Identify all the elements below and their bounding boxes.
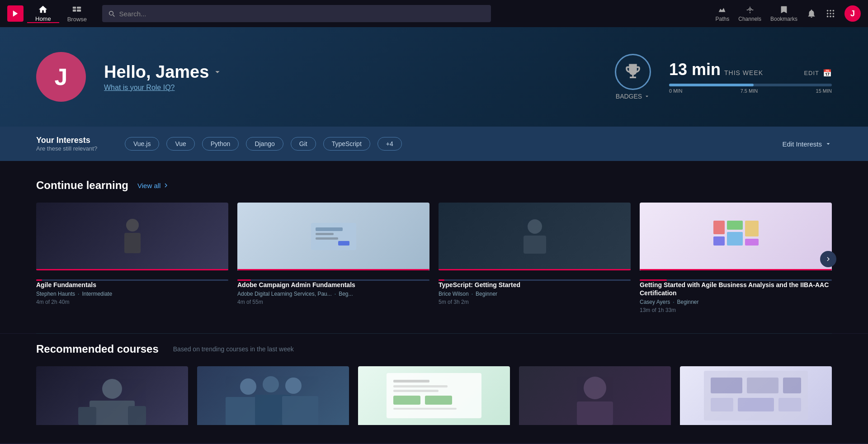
svg-rect-19 [316,233,334,235]
rec-card-3[interactable] [358,366,510,425]
interests-title: Your Interests [36,136,118,145]
svg-rect-50 [393,408,457,410]
card-meta: Casey Ayers·Beginner [640,299,832,305]
edit-interests-chevron [825,140,832,147]
card-title: Adobe Campaign Admin Fundamentals [237,281,429,289]
role-iq-link[interactable]: What is your Role IQ? [104,84,597,92]
svg-point-40 [285,378,302,394]
search-icon [108,9,115,18]
svg-point-34 [102,379,122,399]
badges-label[interactable]: BADGES [616,93,650,100]
rec-card-2[interactable] [197,366,349,425]
svg-rect-58 [738,398,774,411]
svg-rect-18 [316,227,343,231]
nav-paths[interactable]: Paths [716,5,730,22]
svg-point-51 [584,377,606,399]
badge-circle [615,54,651,90]
card-info: Getting Started with Agile Business Anal… [640,270,832,315]
svg-rect-52 [577,401,613,425]
tag-more[interactable]: +4 [377,137,402,151]
dropdown-icon[interactable] [212,67,222,77]
course-card-agile-fundamentals[interactable]: Agile Fundamentals Stephen Haunts·Interm… [36,203,228,315]
card-thumbnail [36,203,228,270]
svg-point-12 [827,16,829,18]
user-avatar[interactable]: J [844,5,861,22]
tag-django[interactable]: Django [246,137,283,151]
rec-card-1[interactable] [36,366,188,425]
card-title: TypeScript: Getting Started [439,281,631,289]
stats-week: THIS WEEK [724,69,763,76]
search-input[interactable] [119,10,486,18]
svg-rect-46 [393,385,448,387]
tag-vuejs[interactable]: Vue.js [125,137,159,151]
continue-learning-header: Continue learning View all [36,179,832,192]
svg-rect-3 [77,6,81,9]
card-thumbnail [237,203,429,270]
main-content: Continue learning View all [0,161,868,333]
svg-point-15 [126,219,139,231]
svg-rect-45 [393,380,429,383]
edit-interests-button[interactable]: Edit Interests [782,140,832,148]
svg-rect-47 [393,390,439,392]
card-time: 5m of 3h 2m [439,299,631,305]
progress-labels: 0 MIN 7.5 MIN 15 MIN [669,88,832,94]
svg-rect-21 [338,241,349,246]
tag-vue[interactable]: Vue [166,137,194,151]
svg-rect-16 [124,233,141,253]
calendar-icon[interactable]: 📅 [823,69,832,77]
app-logo[interactable] [7,5,24,22]
svg-point-13 [830,16,831,18]
recommended-section: Recommended courses Based on trending co… [0,334,868,443]
card-meta: Adobe Digital Learning Services, Pau...·… [237,291,429,297]
svg-marker-0 [13,10,18,17]
svg-rect-24 [713,221,725,234]
card-meta: Brice Wilson·Beginner [439,291,631,297]
course-card-typescript[interactable]: TypeScript: Getting Started Brice Wilson… [439,203,631,315]
badges-chevron [644,93,650,99]
stats-header: 13 min THIS WEEK EDIT 📅 [669,60,832,79]
rec-card-5[interactable] [680,366,832,425]
card-title: Getting Started with Agile Business Anal… [640,281,832,297]
tag-typescript[interactable]: TypeScript [323,137,370,151]
nav-channels[interactable]: Channels [738,5,761,22]
svg-point-6 [827,10,829,12]
svg-rect-48 [393,396,420,405]
rec-thumb-5 [680,366,832,425]
carousel-next-button[interactable] [820,251,836,267]
nav-home[interactable]: Home [27,5,59,23]
weekly-progress: 0 MIN 7.5 MIN 15 MIN [669,84,832,94]
edit-stats-button[interactable]: EDIT [804,70,819,76]
nav-bookmarks[interactable]: Bookmarks [770,5,797,22]
svg-rect-17 [311,223,356,250]
view-all-link[interactable]: View all [137,182,170,189]
rec-card-4[interactable] [519,366,671,425]
course-card-adobe-campaign[interactable]: Adobe Campaign Admin Fundamentals Adobe … [237,203,429,315]
svg-rect-57 [711,398,733,411]
recommended-subtitle: Based on trending courses in the last we… [173,345,294,353]
hero-greeting: Hello, James [104,62,597,82]
course-card-agile-iiba[interactable]: Getting Started with Agile Business Anal… [640,203,832,315]
svg-rect-29 [745,239,759,246]
svg-point-10 [830,13,831,14]
svg-point-7 [830,10,831,12]
tag-python[interactable]: Python [202,137,239,151]
svg-point-8 [833,10,835,12]
nav-browse[interactable]: Browse [59,5,95,23]
nav-right: Paths Channels Bookmarks J [716,5,861,22]
svg-rect-28 [745,221,759,236]
nav-apps[interactable] [826,9,835,19]
svg-rect-1 [73,6,76,9]
card-time: 13m of 1h 33m [640,307,832,313]
svg-point-38 [240,378,256,395]
svg-rect-49 [425,396,452,405]
hero-stats: 13 min THIS WEEK EDIT 📅 0 MIN 7.5 MIN 15… [669,60,832,94]
svg-rect-27 [727,232,743,246]
recommended-header: Recommended courses Based on trending co… [36,343,832,355]
hero-section: J Hello, James What is your Role IQ? BAD… [0,27,868,127]
hero-avatar: J [36,52,86,102]
badges-section[interactable]: BADGES [615,54,651,100]
svg-rect-26 [727,221,743,230]
card-thumbnail [640,203,832,270]
tag-git[interactable]: Git [291,137,316,151]
nav-bell[interactable] [807,9,816,19]
